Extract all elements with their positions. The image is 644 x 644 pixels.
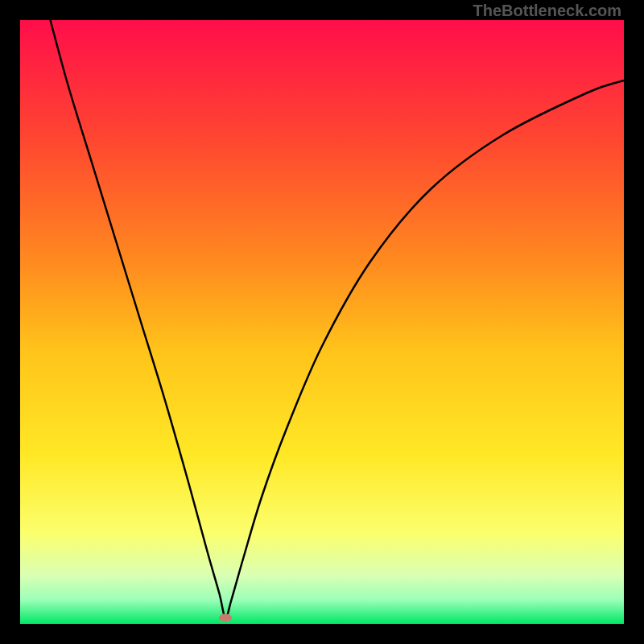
minimum-marker: [219, 614, 232, 622]
attribution-text: TheBottleneck.com: [473, 2, 621, 20]
plot-area: [20, 20, 624, 624]
bottleneck-chart: [0, 0, 644, 644]
